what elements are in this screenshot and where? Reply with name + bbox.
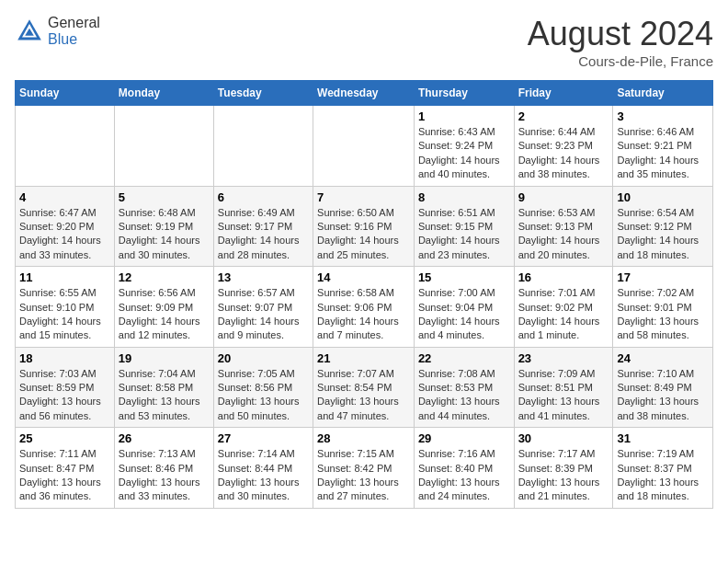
day-info: Sunrise: 6:47 AM Sunset: 9:20 PM Dayligh…	[19, 206, 110, 263]
calendar-cell: 12Sunrise: 6:56 AM Sunset: 9:09 PM Dayli…	[114, 267, 213, 348]
calendar-cell: 18Sunrise: 7:03 AM Sunset: 8:59 PM Dayli…	[16, 347, 115, 428]
day-info: Sunrise: 7:16 AM Sunset: 8:40 PM Dayligh…	[418, 447, 510, 504]
calendar-cell: 6Sunrise: 6:49 AM Sunset: 9:17 PM Daylig…	[213, 186, 313, 267]
day-info: Sunrise: 7:19 AM Sunset: 8:37 PM Dayligh…	[617, 447, 709, 504]
day-number: 31	[617, 431, 709, 445]
day-number: 1	[418, 109, 510, 123]
day-number: 5	[119, 190, 210, 204]
weekday-header-friday: Friday	[514, 81, 613, 106]
calendar-cell	[16, 106, 115, 187]
calendar-cell: 16Sunrise: 7:01 AM Sunset: 9:02 PM Dayli…	[514, 267, 613, 348]
day-number: 17	[617, 270, 709, 284]
day-info: Sunrise: 7:04 AM Sunset: 8:58 PM Dayligh…	[119, 367, 210, 424]
calendar-cell: 25Sunrise: 7:11 AM Sunset: 8:47 PM Dayli…	[16, 428, 115, 509]
weekday-header-saturday: Saturday	[613, 81, 713, 106]
weekday-header-monday: Monday	[114, 81, 213, 106]
day-number: 12	[119, 270, 210, 284]
day-info: Sunrise: 7:11 AM Sunset: 8:47 PM Dayligh…	[19, 447, 110, 504]
calendar-cell: 2Sunrise: 6:44 AM Sunset: 9:23 PM Daylig…	[514, 106, 613, 187]
calendar-cell: 1Sunrise: 6:43 AM Sunset: 9:24 PM Daylig…	[414, 106, 514, 187]
calendar-table: SundayMondayTuesdayWednesdayThursdayFrid…	[15, 80, 713, 509]
calendar-cell: 10Sunrise: 6:54 AM Sunset: 9:12 PM Dayli…	[613, 186, 713, 267]
day-info: Sunrise: 7:02 AM Sunset: 9:01 PM Dayligh…	[617, 286, 709, 343]
day-info: Sunrise: 6:58 AM Sunset: 9:06 PM Dayligh…	[317, 286, 410, 343]
calendar-cell: 11Sunrise: 6:55 AM Sunset: 9:10 PM Dayli…	[16, 267, 115, 348]
calendar-cell: 14Sunrise: 6:58 AM Sunset: 9:06 PM Dayli…	[313, 267, 415, 348]
day-number: 15	[418, 270, 510, 284]
day-number: 9	[518, 190, 609, 204]
day-info: Sunrise: 7:10 AM Sunset: 8:49 PM Dayligh…	[617, 367, 709, 424]
calendar-cell: 7Sunrise: 6:50 AM Sunset: 9:16 PM Daylig…	[313, 186, 415, 267]
calendar-cell: 28Sunrise: 7:15 AM Sunset: 8:42 PM Dayli…	[313, 428, 415, 509]
day-number: 4	[19, 190, 110, 204]
weekday-header-sunday: Sunday	[16, 81, 115, 106]
day-info: Sunrise: 6:55 AM Sunset: 9:10 PM Dayligh…	[19, 286, 110, 343]
calendar-cell: 27Sunrise: 7:14 AM Sunset: 8:44 PM Dayli…	[213, 428, 313, 509]
day-info: Sunrise: 6:56 AM Sunset: 9:09 PM Dayligh…	[119, 286, 210, 343]
calendar-cell: 22Sunrise: 7:08 AM Sunset: 8:53 PM Dayli…	[414, 347, 514, 428]
calendar-cell: 9Sunrise: 6:53 AM Sunset: 9:13 PM Daylig…	[514, 186, 613, 267]
day-info: Sunrise: 6:44 AM Sunset: 9:23 PM Dayligh…	[518, 125, 609, 182]
day-number: 26	[119, 431, 210, 445]
calendar-cell: 5Sunrise: 6:48 AM Sunset: 9:19 PM Daylig…	[114, 186, 213, 267]
day-number: 13	[218, 270, 309, 284]
calendar-cell: 23Sunrise: 7:09 AM Sunset: 8:51 PM Dayli…	[514, 347, 613, 428]
title-block: August 2024 Cours-de-Pile, France	[528, 15, 713, 69]
calendar-cell: 24Sunrise: 7:10 AM Sunset: 8:49 PM Dayli…	[613, 347, 713, 428]
day-info: Sunrise: 6:46 AM Sunset: 9:21 PM Dayligh…	[617, 125, 709, 182]
day-number: 23	[518, 351, 609, 365]
day-number: 3	[617, 109, 709, 123]
day-info: Sunrise: 7:09 AM Sunset: 8:51 PM Dayligh…	[518, 367, 609, 424]
calendar-cell: 21Sunrise: 7:07 AM Sunset: 8:54 PM Dayli…	[313, 347, 415, 428]
day-info: Sunrise: 7:08 AM Sunset: 8:53 PM Dayligh…	[418, 367, 510, 424]
page-header: General Blue August 2024 Cours-de-Pile, …	[15, 15, 713, 69]
day-info: Sunrise: 7:14 AM Sunset: 8:44 PM Dayligh…	[218, 447, 309, 504]
day-info: Sunrise: 6:48 AM Sunset: 9:19 PM Dayligh…	[119, 206, 210, 263]
calendar-cell	[313, 106, 415, 187]
day-number: 6	[218, 190, 309, 204]
day-number: 10	[617, 190, 709, 204]
calendar-week-row: 1Sunrise: 6:43 AM Sunset: 9:24 PM Daylig…	[16, 106, 713, 187]
logo-general-text: General	[48, 15, 100, 30]
day-number: 20	[218, 351, 309, 365]
day-info: Sunrise: 6:43 AM Sunset: 9:24 PM Dayligh…	[418, 125, 510, 182]
day-info: Sunrise: 7:13 AM Sunset: 8:46 PM Dayligh…	[119, 447, 210, 504]
calendar-cell: 15Sunrise: 7:00 AM Sunset: 9:04 PM Dayli…	[414, 267, 514, 348]
calendar-cell: 31Sunrise: 7:19 AM Sunset: 8:37 PM Dayli…	[613, 428, 713, 509]
logo-blue-text: Blue	[48, 31, 77, 47]
calendar-cell: 3Sunrise: 6:46 AM Sunset: 9:21 PM Daylig…	[613, 106, 713, 187]
day-info: Sunrise: 7:15 AM Sunset: 8:42 PM Dayligh…	[317, 447, 410, 504]
location-subtitle: Cours-de-Pile, France	[528, 53, 713, 69]
day-number: 2	[518, 109, 609, 123]
day-number: 30	[518, 431, 609, 445]
day-number: 21	[317, 351, 410, 365]
day-info: Sunrise: 6:54 AM Sunset: 9:12 PM Dayligh…	[617, 206, 709, 263]
day-info: Sunrise: 6:51 AM Sunset: 9:15 PM Dayligh…	[418, 206, 510, 263]
calendar-week-row: 25Sunrise: 7:11 AM Sunset: 8:47 PM Dayli…	[16, 428, 713, 509]
day-number: 11	[19, 270, 110, 284]
day-number: 28	[317, 431, 410, 445]
calendar-week-row: 11Sunrise: 6:55 AM Sunset: 9:10 PM Dayli…	[16, 267, 713, 348]
day-number: 24	[617, 351, 709, 365]
calendar-header: SundayMondayTuesdayWednesdayThursdayFrid…	[16, 81, 713, 106]
day-info: Sunrise: 6:57 AM Sunset: 9:07 PM Dayligh…	[218, 286, 309, 343]
calendar-body: 1Sunrise: 6:43 AM Sunset: 9:24 PM Daylig…	[16, 106, 713, 509]
calendar-cell: 26Sunrise: 7:13 AM Sunset: 8:46 PM Dayli…	[114, 428, 213, 509]
day-number: 27	[218, 431, 309, 445]
logo-icon	[15, 17, 44, 46]
weekday-header-tuesday: Tuesday	[213, 81, 313, 106]
calendar-week-row: 18Sunrise: 7:03 AM Sunset: 8:59 PM Dayli…	[16, 347, 713, 428]
month-year-title: August 2024	[528, 15, 713, 53]
calendar-cell	[114, 106, 213, 187]
calendar-week-row: 4Sunrise: 6:47 AM Sunset: 9:20 PM Daylig…	[16, 186, 713, 267]
day-number: 7	[317, 190, 410, 204]
day-info: Sunrise: 7:03 AM Sunset: 8:59 PM Dayligh…	[19, 367, 110, 424]
day-info: Sunrise: 7:17 AM Sunset: 8:39 PM Dayligh…	[518, 447, 609, 504]
calendar-cell: 30Sunrise: 7:17 AM Sunset: 8:39 PM Dayli…	[514, 428, 613, 509]
day-number: 8	[418, 190, 510, 204]
calendar-cell: 4Sunrise: 6:47 AM Sunset: 9:20 PM Daylig…	[16, 186, 115, 267]
calendar-cell: 19Sunrise: 7:04 AM Sunset: 8:58 PM Dayli…	[114, 347, 213, 428]
day-info: Sunrise: 7:05 AM Sunset: 8:56 PM Dayligh…	[218, 367, 309, 424]
calendar-cell: 17Sunrise: 7:02 AM Sunset: 9:01 PM Dayli…	[613, 267, 713, 348]
weekday-header-thursday: Thursday	[414, 81, 514, 106]
